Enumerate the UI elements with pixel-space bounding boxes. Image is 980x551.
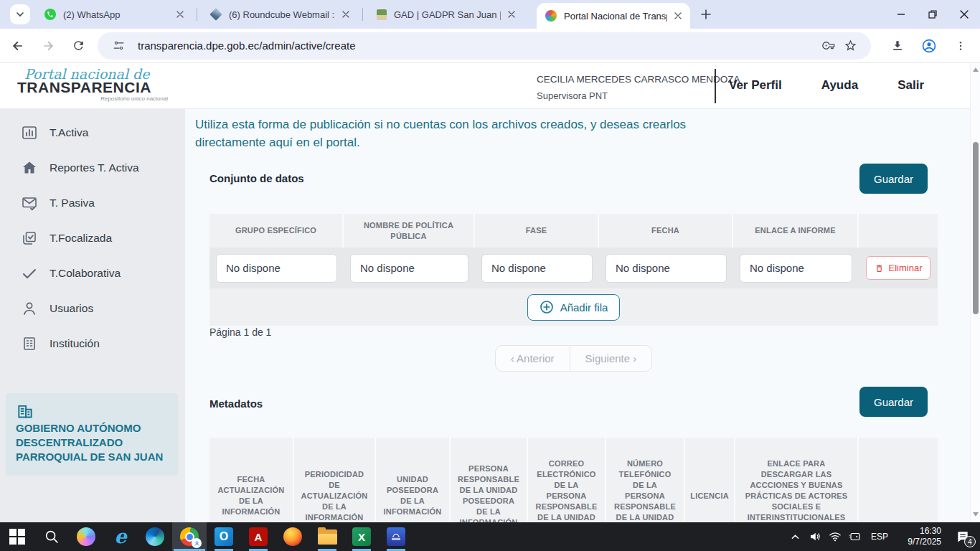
address-bar[interactable]: transparencia.dpe.gob.ec/admin/active/cr… [98,32,871,60]
column-header-actions [859,438,938,522]
user-icon [21,300,38,317]
taskbar-search-button[interactable] [34,522,69,551]
plus-icon [701,9,711,19]
back-button[interactable] [6,34,30,58]
scroll-down-arrow[interactable] [973,512,979,517]
column-header: UNIDAD POSEEDORA DE LA INFORMACIÓN [376,438,451,522]
scroll-up-arrow[interactable] [973,67,979,72]
close-icon[interactable] [672,9,684,22]
fase-input[interactable] [481,254,593,283]
close-window-button[interactable] [948,0,980,29]
taskbar-firefox-button[interactable] [275,522,310,551]
user-block: CECILIA MERCEDES CARRASCO MENDOZA Superv… [537,71,740,104]
logo-tagline: Repositorio único nacional [17,95,168,102]
ver-perfil-link[interactable]: Ver Perfil [729,78,782,93]
close-icon[interactable] [339,8,352,21]
save-metadata-button[interactable]: Guardar [859,387,928,417]
site-header: Portal nacional de TRANSPARENCIA Reposit… [0,63,970,109]
close-icon[interactable] [505,8,518,21]
column-header: FASE [475,214,599,248]
grupo-especifico-input[interactable] [216,254,337,283]
tray-chevron-up-icon[interactable] [785,522,805,551]
enlace-informe-input[interactable] [740,254,852,283]
forward-button[interactable] [36,34,60,58]
copy-check-icon [21,230,38,247]
taskbar-ie-button[interactable]: e [103,522,138,551]
column-header-actions [859,214,938,248]
browser-tab-strip: (2) WhatsApp (6) Roundcube Webmail :: En… [0,0,980,29]
profile-icon[interactable] [917,34,941,58]
url-text[interactable]: transparencia.dpe.gob.ec/admin/active/cr… [138,39,356,52]
sidebar-item-t-focalizada[interactable]: T.Focalizada [0,220,185,255]
taskbar-edge-button[interactable] [138,522,172,551]
institution-card[interactable]: GOBIERNO AUTÓNOMO DESCENTRALIZADO PARROQ… [6,393,178,476]
minimize-button[interactable] [885,0,917,29]
copilot-icon [77,527,95,546]
portal-favicon [545,10,557,22]
taskbar-scanner-button[interactable] [379,522,413,551]
sidebar-item-label: T.Colaborativa [50,267,121,280]
whatsapp-favicon [44,9,56,20]
menu-dots-icon[interactable] [948,34,973,58]
outlook-icon: O [215,527,233,546]
internet-explorer-icon: e [114,527,126,546]
sidebar-item-institucion[interactable]: Institución [0,326,185,361]
taskbar-chrome-button[interactable] [172,522,207,551]
wifi-icon[interactable] [825,522,845,551]
roundcube-favicon [209,8,222,21]
next-page-button[interactable]: Siguiente › [570,346,652,371]
add-row-button[interactable]: Añadir fila [527,294,621,321]
start-button[interactable] [0,522,34,551]
notification-center-button[interactable]: 4 [948,522,977,551]
sidebar-item-t-colaborativa[interactable]: T.Colaborativa [0,255,185,291]
tab-roundcube[interactable]: (6) Roundcube Webmail :: Entra [202,0,358,29]
chevron-down-icon [16,10,24,19]
salir-link[interactable]: Salir [897,78,924,93]
gad-favicon [377,9,387,20]
metadata-table: FECHA ACTUALIZACIÓN DE LA INFORMACIÓN PE… [209,438,938,522]
site-settings-icon[interactable] [108,35,129,57]
taskbar-excel-button[interactable]: X [344,522,379,551]
nombre-politica-input[interactable] [350,254,468,283]
column-header: PERSONA RESPONSABLE DE LA UNIDAD POSEEDO… [451,438,528,522]
tab-whatsapp[interactable]: (2) WhatsApp [36,0,192,29]
system-tray: ESP 16:30 9/7/2025 4 [785,522,980,551]
tab-search-button[interactable] [10,4,30,24]
reload-button[interactable] [66,34,90,58]
language-indicator[interactable]: ESP [865,532,894,542]
intro-text: Utiliza esta forma de publicación si no … [195,116,686,151]
notification-badge: 4 [964,536,976,547]
taskbar-copilot-button[interactable] [69,522,103,551]
prev-page-button[interactable]: ‹ Anterior [496,346,570,371]
connect-display-icon[interactable] [845,522,865,551]
taskbar-date: 9/7/2025 [894,537,941,547]
search-icon [44,529,60,545]
save-dataset-button[interactable]: Guardar [859,164,928,194]
bookmark-star-icon[interactable] [839,35,861,57]
site-logo[interactable]: Portal nacional de TRANSPARENCIA Reposit… [17,67,168,102]
restore-button[interactable] [917,0,948,29]
tab-portal-active[interactable]: Portal Nacional de Transparenci [537,3,690,29]
column-header: ENLACE PARA DESCARGAR LAS ACCCIONES Y BU… [735,438,859,522]
sidebar-item-t-activa[interactable]: T.Activa [0,115,185,150]
sidebar-item-reportes-t-activa[interactable]: Reportes T. Activa [0,150,185,185]
tab-gad[interactable]: GAD | GADPR San Juan | [367,0,524,29]
sidebar-item-usuarios[interactable]: Usuarios [0,291,185,326]
ayuda-link[interactable]: Ayuda [821,78,858,93]
new-tab-button[interactable] [696,4,716,24]
taskbar-outlook-button[interactable]: O [207,522,241,551]
delete-row-button[interactable]: Eliminar [866,256,930,280]
fecha-input[interactable] [606,254,727,283]
volume-icon[interactable] [805,522,825,551]
add-row-label: Añadir fila [560,301,608,314]
close-icon[interactable] [174,8,187,21]
taskbar-explorer-button[interactable] [310,522,344,551]
password-key-icon[interactable] [818,35,839,57]
check-icon [21,265,38,282]
scrollbar-thumb[interactable] [973,142,979,314]
sidebar-item-t-pasiva[interactable]: T. Pasiva [0,185,185,220]
taskbar-acrobat-button[interactable]: A [241,522,275,551]
download-icon[interactable] [885,34,910,58]
page-scrollbar[interactable] [970,63,980,522]
taskbar-clock[interactable]: 16:30 9/7/2025 [894,526,941,547]
